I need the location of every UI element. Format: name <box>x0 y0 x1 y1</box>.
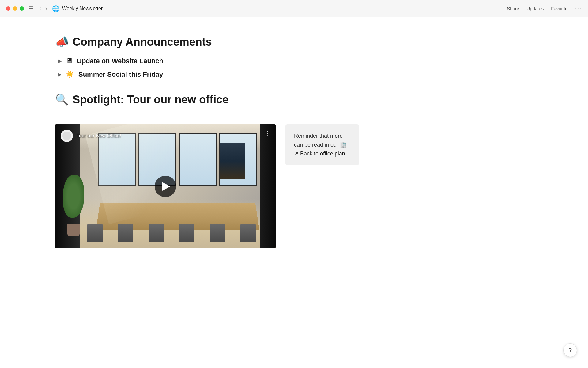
minimize-button[interactable] <box>13 6 17 11</box>
help-button[interactable]: ? <box>564 343 577 357</box>
announcement-icon-1: 🖥 <box>66 57 73 65</box>
favorite-button[interactable]: Favorite <box>551 6 567 11</box>
page-title: Weekly Newsletter <box>62 6 507 11</box>
collapse-triangle-2[interactable]: ▶ <box>58 72 62 77</box>
spotlight-title: 🔍 Spotlight: Tour our new office <box>55 93 349 106</box>
callout-emoji: 🏢 <box>340 142 347 148</box>
close-button[interactable] <box>6 6 10 11</box>
announcement-text-2: Summer Social this Friday <box>78 71 163 79</box>
yt-avatar <box>61 130 73 142</box>
main-content: 📣 Company Announcements ▶ 🖥 Update on We… <box>0 17 588 368</box>
video-area: Tour our New Office! ⋮ Reminder that mor… <box>55 124 349 248</box>
video-title: Tour our New Office! <box>77 133 121 139</box>
hamburger-icon[interactable]: ☰ <box>29 5 34 12</box>
video-player[interactable]: Tour our New Office! ⋮ <box>55 124 276 248</box>
forward-arrow[interactable]: › <box>44 5 48 12</box>
back-arrow[interactable]: ‹ <box>38 5 42 12</box>
video-more-options[interactable]: ⋮ <box>264 130 270 137</box>
titlebar: ☰ ‹ › 🌐 Weekly Newsletter Share Updates … <box>0 0 588 17</box>
play-button[interactable] <box>155 176 176 197</box>
share-button[interactable]: Share <box>507 6 519 11</box>
spotlight-icon: 🔍 <box>55 93 69 106</box>
traffic-lights <box>6 6 24 11</box>
titlebar-actions: Share Updates Favorite ··· <box>507 5 582 12</box>
yt-avatar-inner <box>62 132 71 140</box>
section-divider <box>55 115 349 115</box>
announcements-icon: 📣 <box>55 36 69 48</box>
back-to-office-link[interactable]: Back to office plan <box>300 151 345 157</box>
yt-channel: Tour our New Office! <box>61 130 121 142</box>
collapse-triangle-1[interactable]: ▶ <box>58 59 62 63</box>
video-overlay: Tour our New Office! ⋮ <box>55 124 276 248</box>
announcement-text-1: Update on Website Launch <box>77 57 163 65</box>
play-triangle-icon <box>162 182 170 191</box>
nav-arrows: ‹ › <box>38 5 48 12</box>
content-body: 📣 Company Announcements ▶ 🖥 Update on We… <box>55 36 349 356</box>
maximize-button[interactable] <box>20 6 24 11</box>
announcements-section: 📣 Company Announcements ▶ 🖥 Update on We… <box>55 36 349 79</box>
announcement-list: ▶ 🖥 Update on Website Launch ▶ ☀️ Summer… <box>58 57 349 79</box>
spotlight-section: 🔍 Spotlight: Tour our new office <box>55 93 349 248</box>
globe-icon: 🌐 <box>52 5 60 12</box>
callout-box: Reminder that more can be read in our 🏢 … <box>285 124 359 165</box>
announcement-icon-2: ☀️ <box>66 71 74 79</box>
updates-button[interactable]: Updates <box>526 6 544 11</box>
callout-text: Reminder that more can be read in our <box>294 133 343 148</box>
announcements-title: 📣 Company Announcements <box>55 36 349 48</box>
callout-arrow: ↗ <box>294 151 299 157</box>
list-item[interactable]: ▶ 🖥 Update on Website Launch <box>58 57 349 65</box>
list-item[interactable]: ▶ ☀️ Summer Social this Friday <box>58 71 349 79</box>
more-options-button[interactable]: ··· <box>575 5 582 12</box>
